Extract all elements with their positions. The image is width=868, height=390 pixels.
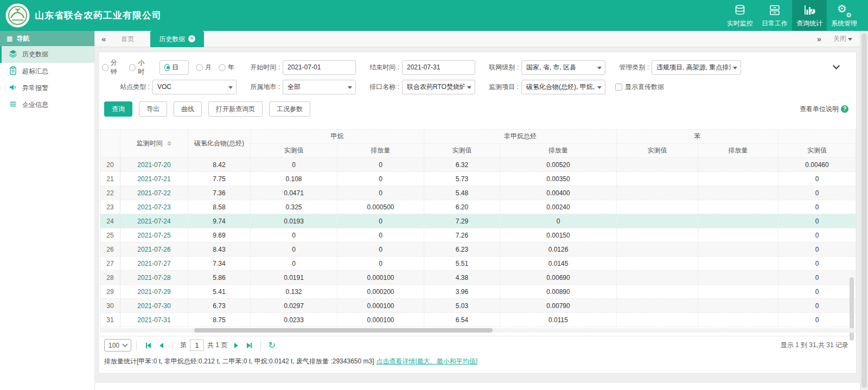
toolbar: 查询 导出 曲线 打开新查询页 工况参数 查看单位说明 ?: [100, 98, 855, 120]
end-time-input[interactable]: [402, 60, 475, 75]
subcol-measured: 实测值: [251, 144, 337, 158]
value-cell: 0: [778, 172, 856, 186]
table-row[interactable]: 302021-07-306.730.02970.0001005.030.0079…: [100, 299, 856, 313]
direct-data-checkbox[interactable]: 显示直传数据: [615, 82, 664, 92]
horizontal-scrollbar-thumb[interactable]: [194, 328, 493, 333]
outlet-name-select[interactable]: 联合农药RTO焚烧炉: [402, 80, 475, 94]
value-cell: 0.000100: [337, 271, 424, 285]
table-row[interactable]: 272021-07-277.34005.510.01450: [100, 257, 856, 271]
radio-hour[interactable]: 小时: [129, 58, 149, 76]
table-row[interactable]: 242021-07-249.740.019307.2900: [100, 214, 856, 228]
value-cell: [617, 158, 698, 172]
condition-params-button[interactable]: 工况参数: [269, 101, 310, 117]
topnav-query-statistics[interactable]: 查询统计: [792, 0, 827, 31]
table-row[interactable]: 252021-07-259.69007.260.001500: [100, 228, 856, 242]
value-cell: 6.73: [188, 299, 251, 313]
page-title: 山东省联合农药工业有限公司: [35, 0, 162, 31]
value-cell: 0: [778, 200, 856, 214]
value-cell: 5.73: [424, 172, 500, 186]
row-number-cell: 28: [100, 271, 120, 285]
sidebar-item-history-data[interactable]: 历史数据: [0, 46, 94, 63]
table-row[interactable]: 212021-07-217.750.10805.730.003500: [100, 172, 856, 186]
next-page-button[interactable]: [231, 340, 241, 351]
tabs-scroll-left-icon[interactable]: «: [95, 34, 112, 43]
query-button[interactable]: 查询: [104, 101, 132, 117]
manage-type-label: 管理类别 :: [613, 63, 649, 72]
sidebar-item-abnormal-alarm[interactable]: 异常报警: [0, 80, 94, 97]
unit-help-link[interactable]: 查看单位说明 ?: [800, 105, 848, 114]
speaker-icon: [9, 83, 17, 93]
sidebar-item-exceed-summary[interactable]: 超标汇总: [0, 63, 94, 80]
sidebar: ▦ 导航 历史数据 超标汇总: [0, 31, 95, 390]
value-cell: 0: [778, 257, 856, 271]
chevron-down-icon: [733, 67, 737, 69]
city-select[interactable]: 全部: [283, 80, 356, 94]
value-cell: 0: [337, 158, 424, 172]
first-page-button[interactable]: [143, 340, 154, 351]
table-body: 202021-07-208.42006.320.005200.004602120…: [100, 158, 856, 327]
station-type-select[interactable]: VOC: [152, 80, 237, 94]
manage-type-select[interactable]: 违规项目, 高架源, 重点排污: [652, 60, 741, 75]
topnav-daily-work[interactable]: 日常工作: [757, 0, 792, 31]
last-page-button[interactable]: [244, 340, 254, 351]
value-cell: 0: [337, 186, 424, 200]
value-cell: 0.0145: [500, 257, 617, 271]
monitor-time-cell: 2021-07-23: [120, 200, 188, 214]
network-level-select[interactable]: 国家, 省, 市, 区县: [521, 60, 605, 75]
value-cell: [698, 214, 778, 228]
value-cell: 0.000200: [337, 285, 424, 299]
export-button[interactable]: 导出: [139, 101, 167, 117]
sidebar-item-company-info[interactable]: 企业信息: [0, 97, 94, 113]
table-row[interactable]: 202021-07-208.42006.320.005200.00460: [100, 158, 856, 172]
topnav-realtime-monitor[interactable]: 实时监控: [723, 0, 757, 31]
radio-icon: [196, 64, 203, 71]
col-monitor-time[interactable]: 监测时间: [120, 130, 188, 158]
value-cell: 0: [251, 242, 337, 257]
refresh-icon[interactable]: ↻: [268, 340, 275, 350]
value-cell: [698, 285, 778, 299]
radio-minute[interactable]: 分钟: [102, 58, 122, 76]
curve-button[interactable]: 曲线: [174, 101, 202, 117]
value-cell: [698, 257, 778, 271]
value-cell: [617, 172, 698, 186]
value-cell: 0: [778, 299, 856, 313]
close-tabs-menu[interactable]: 关闭: [828, 34, 860, 43]
value-cell: [617, 257, 698, 271]
station-type-label: 站点类型 :: [114, 82, 150, 92]
radio-year[interactable]: 年: [219, 63, 234, 72]
tab-home[interactable]: 首页: [112, 31, 143, 47]
table-row[interactable]: 282021-07-285.860.01910.0001004.380.0069…: [100, 271, 856, 285]
topnav-system-management[interactable]: ⚙⚙ 系统管理: [827, 0, 861, 31]
clipboard-icon: [9, 66, 17, 76]
tabs-scroll-right-icon[interactable]: »: [810, 34, 828, 43]
bottom-strip: [95, 383, 860, 390]
chevron-down-icon: [467, 86, 471, 89]
value-cell: 7.34: [188, 257, 251, 271]
value-cell: 9.69: [188, 228, 251, 242]
table-row[interactable]: 222021-07-227.360.047105.480.004000: [100, 186, 856, 200]
value-cell: 0: [778, 271, 856, 285]
value-cell: 5.03: [424, 299, 500, 313]
prev-page-button[interactable]: [156, 340, 167, 351]
value-cell: 0: [778, 313, 856, 327]
table-row[interactable]: 232021-07-238.580.3250.0005006.200.00240…: [100, 200, 856, 214]
radio-month[interactable]: 月: [196, 63, 212, 72]
tab-history-data[interactable]: 历史数据 ✕: [150, 31, 204, 47]
start-time-input[interactable]: [283, 60, 356, 75]
table-row[interactable]: 312021-07-318.750.02330.0001006.540.0115…: [100, 313, 856, 327]
table-row[interactable]: 292021-07-295.410.1320.0002003.960.00890…: [100, 285, 856, 299]
detail-link[interactable]: 点击查看详情[最大、最小和平均值]: [376, 357, 478, 365]
pagination-bar: 100 第 共 1 页 ↻ 显示 1 到 31,共 31 记录: [100, 336, 855, 354]
app-window: 山东省联合农药工业有限公司 实时监控: [0, 0, 868, 390]
page-size-select[interactable]: 100: [104, 339, 131, 351]
radio-day[interactable]: 日: [159, 60, 189, 75]
close-icon[interactable]: ✕: [188, 35, 195, 42]
grid-icon: ▦: [7, 35, 12, 42]
page-number-input[interactable]: [190, 340, 204, 351]
new-query-page-button[interactable]: 打开新查询页: [208, 101, 263, 117]
top-navigation: 实时监控 日常工作: [723, 0, 861, 31]
table-row[interactable]: 262021-07-268.43006.230.01260: [100, 242, 856, 257]
window-scrollbar-thumb[interactable]: [861, 33, 867, 388]
collapse-filters-icon[interactable]: [833, 62, 840, 69]
monitor-items-select[interactable]: 碳氢化合物(总烃), 甲烷, 非: [521, 80, 605, 94]
